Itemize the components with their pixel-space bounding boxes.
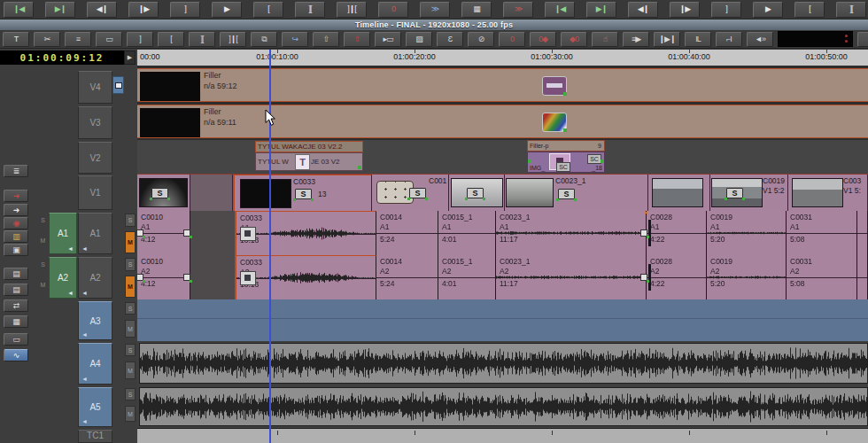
mark-clip-button[interactable]: ][ [295, 2, 325, 18]
clear-marks-button[interactable]: 0 [499, 32, 525, 47]
mute-button-a1[interactable]: M [125, 231, 136, 253]
step-backward-button-2[interactable]: ◀❙ [628, 2, 658, 18]
audio-clip-c0028[interactable]: C0028 A2 4:22 [647, 255, 707, 299]
audio-clip-c0010[interactable]: C0010 A2 4:12 [137, 255, 190, 299]
sc-badge[interactable]: SC [556, 162, 570, 172]
play-to-out-button[interactable]: ≡▶ [623, 32, 649, 47]
go-to-in-button-2[interactable]: ❙◀ [545, 2, 575, 18]
mute-button-a2[interactable]: M [125, 276, 136, 298]
clip-nested-img[interactable]: Filler-p 9 SC SC IMG_ _18 [527, 140, 605, 173]
track-button-v2[interactable]: V2 [78, 142, 112, 174]
timecode-ruler[interactable]: 00:00 01:00:10:00 01:00:20:00 01:00:30:0… [137, 50, 868, 66]
color-effect-icon[interactable] [542, 113, 567, 132]
step-backward-button[interactable]: ◀❙ [87, 2, 117, 18]
mute-cell-a2-src[interactable]: M [38, 279, 48, 291]
title-effect-icon[interactable] [542, 76, 567, 96]
capture-button[interactable]: ▥ [4, 230, 28, 243]
motion-effect-badge[interactable]: S [726, 188, 743, 198]
fast-forward-red-button[interactable]: ≫ [503, 2, 533, 18]
mute-button-a3[interactable]: M [125, 320, 136, 338]
audio-clip-music[interactable] [139, 387, 868, 426]
track-button-a3[interactable]: A3◄ [78, 301, 112, 340]
video-quality-button[interactable]: ▤ [4, 268, 28, 280]
audio-clip-c0031[interactable]: C0031 A1 5:08 [787, 211, 857, 255]
audio-clip-c0023[interactable]: C0023_1 A1 11:17 [496, 211, 647, 255]
clip-filler-v4[interactable]: Filler n/a 59:12 [137, 68, 868, 102]
mark-clip-button-2[interactable]: ][ [836, 2, 866, 18]
motion-effect-badge[interactable]: S [151, 188, 168, 198]
fade-handle[interactable] [183, 229, 190, 237]
fade-handle[interactable] [640, 229, 647, 237]
segment-insert-button[interactable]: ➜ [4, 204, 28, 216]
track-button-v4[interactable]: V4 [78, 71, 112, 104]
go-to-in-button[interactable]: ❙◀ [4, 2, 34, 18]
audio-clip-partial[interactable] [857, 255, 868, 299]
extract-button[interactable]: ⇧ [344, 32, 370, 47]
solo-button-a5[interactable]: S [125, 388, 136, 400]
audio-gap[interactable] [190, 211, 236, 255]
video-clip[interactable] [648, 175, 710, 212]
solo-button-a1[interactable]: S [125, 214, 136, 227]
segment-overwrite-button[interactable]: ➜ [4, 190, 28, 202]
add-edit-button[interactable]: ✂ [34, 32, 60, 47]
solo-button-a3[interactable]: S [125, 302, 136, 315]
track-button-a4[interactable]: A4◄ [78, 343, 112, 385]
splice-in-button[interactable]: ↪ [282, 32, 308, 47]
toolbar-menu-button[interactable]: ≣ [857, 32, 868, 47]
fast-forward-blue-button[interactable]: ≫ [420, 2, 450, 18]
go-to-prev-edit-button[interactable]: IL [685, 32, 711, 47]
mark-out-button[interactable]: ] [170, 2, 200, 18]
fade-handle[interactable] [640, 274, 647, 281]
video-clip[interactable] [190, 175, 233, 212]
solo-cell-a1-src[interactable]: S [38, 214, 48, 226]
audio-clip-c0019[interactable]: C0019 A1 5:20 [707, 211, 787, 255]
mute-button-a4[interactable]: M [125, 361, 136, 379]
audio-clip-c0010[interactable]: C0010 A1 4:12 [137, 211, 190, 255]
step-forward-button[interactable]: ❙▶ [128, 2, 159, 18]
go-to-next-edit-button[interactable]: ⌐I [716, 32, 742, 47]
video-clip[interactable]: S [449, 175, 505, 212]
motion-effect-badge[interactable]: S [558, 189, 575, 199]
mark-out-button[interactable]: ] [127, 32, 153, 47]
timeline-fast-menu-button[interactable]: ≣ [4, 165, 28, 177]
audio-clip-c0031[interactable]: C0031 A2 5:08 [787, 255, 857, 299]
audio-waveform-button[interactable]: ∿ [4, 349, 28, 361]
video-quality-2-button[interactable]: ▤ [4, 284, 28, 296]
motion-effect-badge[interactable]: S [409, 188, 426, 198]
fade-handle[interactable] [136, 229, 143, 237]
filmstrip-view-button[interactable]: ▦ [4, 315, 28, 328]
mark-clip-filled-button[interactable]: ]❙[ [337, 2, 367, 18]
clip-frames-button[interactable]: ▭ [4, 333, 28, 346]
insert-edit-button[interactable]: ▸▭ [375, 32, 401, 47]
play-button[interactable]: ▶ [212, 2, 242, 18]
audio-clip-c0014[interactable]: C0014 A1 5:24 [376, 211, 438, 255]
audio-effect-icon[interactable] [240, 271, 256, 285]
video-clip-c0023[interactable]: C0023_1 S [505, 175, 648, 212]
title-effect-icon[interactable]: T [295, 154, 310, 170]
audio-clip-c0033[interactable]: C0033 A1 10:13 [235, 211, 376, 255]
play-in-to-out-button[interactable]: ❙▶❙ [654, 32, 680, 47]
master-timecode-display[interactable]: 01:00:09:12 [0, 51, 124, 65]
overwrite-button[interactable]: ⧉ [251, 32, 277, 47]
source-track-a1[interactable]: A1◄ [49, 213, 77, 254]
audio-clip-c0015[interactable]: C0015_1 A2 4:01 [438, 255, 496, 299]
track-tc1[interactable] [137, 428, 868, 443]
step-forward-button-2[interactable]: ❙▶ [670, 2, 700, 18]
track-a3[interactable] [137, 299, 868, 341]
trim-b-side-button[interactable]: ▭ [96, 32, 122, 47]
audio-clip-c0028[interactable]: ✕ C0028 A1 4:22 [647, 211, 707, 255]
mark-clip-filled-button[interactable]: ]❙[ [220, 32, 246, 47]
go-to-out-button-2[interactable]: ▶❙ [586, 2, 616, 18]
mark-in-button[interactable]: [ [158, 32, 184, 47]
mute-cell-a1-src[interactable]: M [38, 235, 48, 246]
track-button-a5[interactable]: A5◄ [78, 387, 112, 427]
lift-button[interactable]: ⇧ [313, 32, 339, 47]
solo-button-a4[interactable]: S [125, 344, 136, 356]
track-button-v3[interactable]: V3 [78, 106, 112, 139]
solo-cell-a2-src[interactable]: S [38, 259, 48, 270]
trim-a-side-button[interactable]: ≡ [65, 32, 91, 47]
audio-punch-in-button[interactable]: ◉ [4, 217, 28, 229]
track-button-v1[interactable]: V1 [78, 175, 112, 210]
audio-clip-c0023[interactable]: C0023_1 A2 11:17 [496, 255, 647, 299]
effect-mode-button[interactable]: Ɛ [437, 32, 463, 47]
